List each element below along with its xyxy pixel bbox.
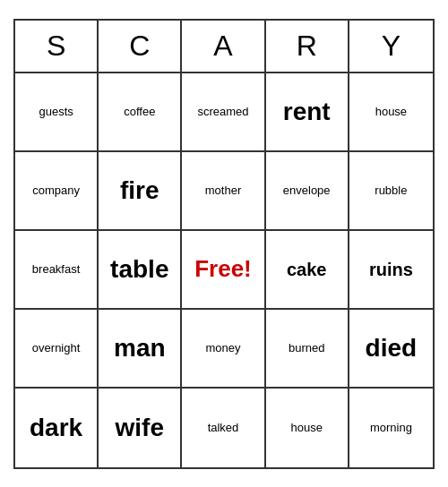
header-letter-y: Y [349, 21, 433, 72]
header-letter-a: A [182, 21, 265, 72]
header-letter-c: C [99, 21, 182, 72]
cell-label: coffee [124, 105, 155, 119]
bingo-cell: talked [182, 389, 265, 467]
bingo-cell: guests [15, 73, 99, 152]
cell-label: breakfast [32, 262, 80, 277]
bingo-cell: rubble [349, 152, 433, 231]
cell-label: rubble [375, 184, 407, 198]
cell-label: man [114, 333, 166, 363]
cell-label: screamed [197, 105, 248, 119]
cell-label: fire [120, 175, 159, 206]
header-letter-r: R [266, 21, 349, 72]
cell-label: morning [370, 421, 412, 435]
bingo-cell: breakfast [15, 231, 99, 310]
cell-label: guests [39, 105, 73, 119]
cell-label: talked [208, 421, 239, 435]
cell-label: cake [287, 259, 327, 280]
bingo-cell: coffee [99, 73, 182, 152]
header-letter-s: S [15, 21, 99, 72]
bingo-cell: screamed [182, 73, 265, 152]
bingo-cell: house [266, 389, 349, 467]
cell-label: mother [205, 184, 241, 198]
bingo-cell: mother [182, 152, 265, 231]
bingo-card: SCARY guestscoffeescreamedrenthousecompa… [13, 19, 435, 469]
cell-label: Free! [194, 255, 252, 283]
bingo-cell: Free! [182, 231, 265, 310]
cell-label: ruins [369, 259, 413, 280]
cell-label: money [205, 341, 240, 355]
cell-label: house [290, 421, 322, 435]
cell-label: died [366, 333, 418, 363]
bingo-cell: wife [99, 389, 182, 467]
bingo-cell: money [182, 310, 265, 389]
cell-label: company [32, 184, 80, 198]
cell-label: overnight [32, 341, 80, 355]
bingo-cell: ruins [349, 231, 433, 310]
cell-label: table [110, 254, 168, 285]
cell-label: house [375, 105, 407, 119]
bingo-cell: company [15, 152, 99, 231]
bingo-cell: rent [266, 73, 349, 152]
bingo-cell: overnight [15, 310, 99, 389]
bingo-cell: envelope [266, 152, 349, 231]
bingo-cell: man [99, 310, 182, 389]
cell-label: rent [283, 97, 331, 127]
bingo-header: SCARY [15, 21, 433, 73]
bingo-cell: burned [266, 310, 349, 389]
bingo-cell: dark [15, 389, 99, 467]
cell-label: wife [116, 413, 164, 443]
bingo-cell: house [349, 73, 433, 152]
cell-label: dark [30, 413, 82, 443]
bingo-grid: guestscoffeescreamedrenthousecompanyfire… [15, 73, 433, 467]
cell-label: burned [289, 341, 324, 355]
cell-label: envelope [283, 184, 331, 198]
bingo-cell: died [349, 310, 433, 389]
bingo-cell: fire [99, 152, 182, 231]
bingo-cell: table [99, 231, 182, 310]
bingo-cell: morning [349, 389, 433, 467]
bingo-cell: cake [266, 231, 349, 310]
